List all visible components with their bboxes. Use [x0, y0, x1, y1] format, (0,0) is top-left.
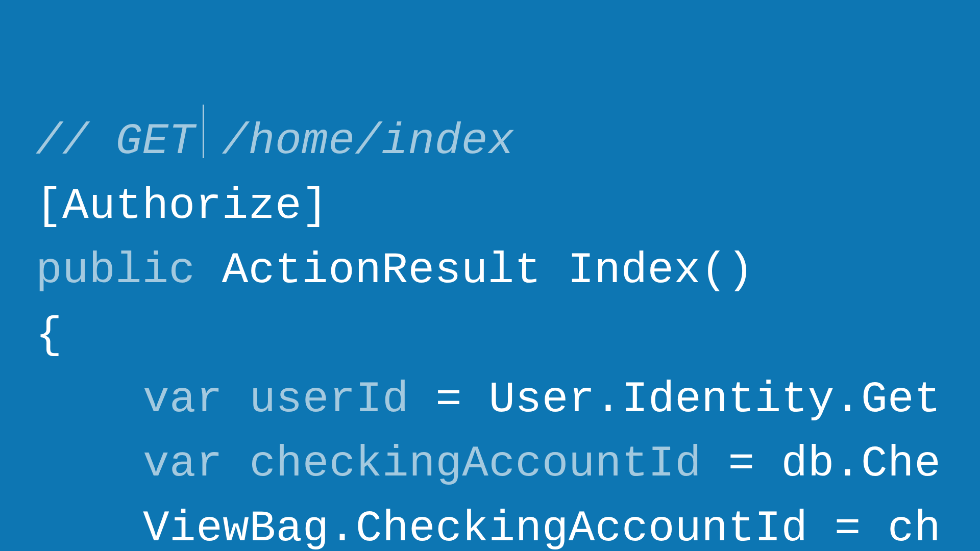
code-snippet: // GET /home/index [Authorize] public Ac… [0, 0, 980, 551]
public-keyword: public [36, 245, 195, 295]
viewbag-line: ViewBag.CheckingAccountId = ch [143, 504, 941, 551]
open-brace: { [36, 310, 62, 360]
text-cursor [203, 105, 204, 158]
comment-line: // GET /home/index [36, 116, 514, 166]
assign-2: = [701, 439, 781, 489]
var-value-2: db.Che [781, 439, 941, 489]
var-keyword-2: var [143, 439, 223, 489]
space [541, 245, 568, 295]
space [223, 439, 249, 489]
assign-1: = [409, 374, 488, 424]
authorize-attribute: [Authorize] [36, 181, 328, 231]
method-name: Index() [568, 245, 754, 295]
var-name-checkingaccountid: checkingAccountId [249, 439, 701, 489]
var-keyword-1: var [143, 374, 223, 424]
return-type: ActionResult [222, 245, 541, 295]
var-name-userid: userId [249, 374, 409, 424]
space [223, 374, 249, 424]
var-value-1: User.Identity.Get [488, 374, 941, 424]
return-type-space [195, 245, 222, 295]
